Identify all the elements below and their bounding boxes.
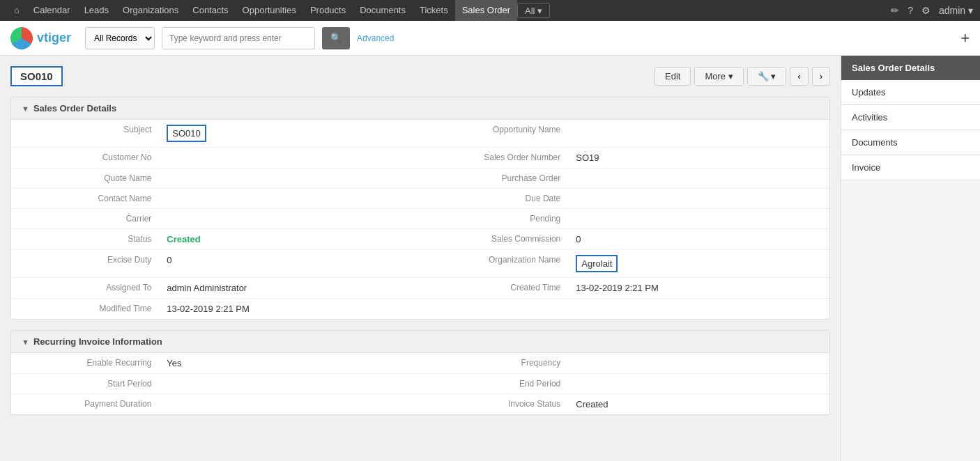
modified-time-label: Modified Time (11, 299, 158, 320)
table-row: Subject SO010 Opportunity Name (11, 120, 829, 148)
nav-calendar[interactable]: Calendar (26, 0, 77, 21)
enable-recurring-label: Enable Recurring (11, 353, 158, 374)
nav-arrows: ‹ › (790, 67, 830, 86)
table-row: Contact Name Due Date (11, 189, 829, 209)
advanced-search-link[interactable]: Advanced (357, 33, 394, 43)
sidebar-item-updates[interactable]: Updates (841, 80, 980, 105)
start-period-label: Start Period (11, 374, 158, 394)
pending-value (567, 209, 829, 229)
status-value: Created (158, 229, 420, 250)
excise-duty-label: Excise Duty (11, 250, 158, 278)
header-buttons: Edit More ▾ 🔧 ▾ ‹ › (654, 67, 830, 86)
sales-commission-label: Sales Commission (420, 229, 567, 250)
sales-order-detail-table: Subject SO010 Opportunity Name Customer … (11, 120, 829, 319)
logo-icon (10, 27, 33, 49)
admin-menu[interactable]: admin ▾ (939, 5, 973, 16)
nav-sales-order[interactable]: Sales Order (455, 0, 517, 21)
recurring-invoice-section: ▼ Recurring Invoice Information Enable R… (10, 330, 830, 415)
enable-recurring-value: Yes (158, 353, 420, 374)
section-header-sales-order: ▼ Sales Order Details (11, 97, 829, 120)
prev-button[interactable]: ‹ (790, 67, 808, 86)
table-row: Status Created Sales Commission 0 (11, 229, 829, 250)
payment-duration-value (158, 394, 420, 415)
more-button[interactable]: More ▾ (695, 68, 742, 85)
contact-name-value (158, 189, 420, 209)
end-period-value (567, 374, 829, 394)
modified-time-value: 13-02-2019 2:21 PM (158, 299, 420, 320)
payment-duration-label: Payment Duration (11, 394, 158, 415)
section-toggle[interactable]: ▼ (22, 104, 29, 113)
organization-name-label: Organization Name (420, 250, 567, 278)
nav-documents[interactable]: Documents (353, 0, 413, 21)
status-created-badge: Created (167, 234, 200, 244)
nav-products[interactable]: Products (303, 0, 353, 21)
table-row: Quote Name Purchase Order (11, 169, 829, 189)
table-row: Enable Recurring Yes Frequency (11, 353, 829, 374)
recurring-section-toggle[interactable]: ▼ (22, 338, 29, 346)
quote-name-value (158, 169, 420, 189)
sidebar-header: Sales Order Details (841, 56, 980, 80)
wrench-button[interactable]: 🔧 ▾ (748, 68, 786, 85)
frequency-value (567, 353, 829, 374)
search-input[interactable] (162, 27, 315, 49)
nav-organizations[interactable]: Organizations (116, 0, 185, 21)
action-button-group: 🔧 ▾ (747, 67, 787, 86)
table-row: Payment Duration Invoice Status Created (11, 394, 829, 415)
subject-highlighted: SO010 (167, 125, 206, 142)
sidebar-item-invoice[interactable]: Invoice (841, 155, 980, 180)
record-header: SO010 Edit More ▾ 🔧 ▾ ‹ › (10, 66, 830, 86)
nav-leads[interactable]: Leads (77, 0, 116, 21)
contact-name-label: Contact Name (11, 189, 158, 209)
frequency-label: Frequency (420, 353, 567, 374)
section-header-recurring: ▼ Recurring Invoice Information (11, 331, 829, 353)
table-row: Modified Time 13-02-2019 2:21 PM (11, 299, 829, 320)
recurring-detail-table: Enable Recurring Yes Frequency Start Per… (11, 353, 829, 414)
due-date-value (567, 189, 829, 209)
carrier-label: Carrier (11, 209, 158, 229)
home-nav-item[interactable]: ⌂ (7, 0, 26, 21)
nav-opportunities[interactable]: Opportunities (236, 0, 303, 21)
table-row: Carrier Pending (11, 209, 829, 229)
more-button-group: More ▾ (694, 67, 743, 86)
table-row: Excise Duty 0 Organization Name Agrolait (11, 250, 829, 278)
invoice-status-value: Created (567, 394, 829, 415)
settings-icon[interactable]: ⚙ (921, 5, 931, 16)
top-navigation: ⌂ Calendar Leads Organizations Contacts … (0, 0, 980, 21)
start-period-value (158, 374, 420, 394)
nav-tickets[interactable]: Tickets (413, 0, 455, 21)
logo-text: vtiger (37, 31, 71, 45)
subject-value: SO010 (158, 120, 420, 148)
section-title-sales-order: Sales Order Details (33, 103, 116, 114)
table-row: Start Period End Period (11, 374, 829, 394)
edit-icon[interactable]: ✏ (891, 5, 899, 16)
sidebar-item-activities[interactable]: Activities (841, 105, 980, 130)
nav-contacts[interactable]: Contacts (185, 0, 235, 21)
content-area: SO010 Edit More ▾ 🔧 ▾ ‹ › ▼ Sales Ord (0, 56, 841, 461)
customer-no-value (158, 148, 420, 169)
sidebar-item-documents[interactable]: Documents (841, 130, 980, 155)
empty-value-r (567, 299, 829, 320)
opportunity-name-value (567, 120, 829, 148)
next-button[interactable]: › (812, 67, 830, 86)
carrier-value (158, 209, 420, 229)
assigned-to-label: Assigned To (11, 278, 158, 299)
sales-order-details-section: ▼ Sales Order Details Subject SO010 Oppo… (10, 97, 830, 320)
search-scope-select[interactable]: All Records (85, 27, 155, 49)
purchase-order-value (567, 169, 829, 189)
purchase-order-label: Purchase Order (420, 169, 567, 189)
end-period-label: End Period (420, 374, 567, 394)
nav-all-menu[interactable]: All ▾ (517, 3, 550, 18)
created-time-value: 13-02-2019 2:21 PM (567, 278, 829, 299)
table-row: Assigned To admin Administrator Created … (11, 278, 829, 299)
add-record-button[interactable]: + (960, 31, 970, 46)
organization-name-value: Agrolait (567, 250, 829, 278)
search-bar: vtiger All Records 🔍 Advanced + (0, 21, 980, 56)
record-id-badge: SO010 (10, 66, 63, 86)
edit-button[interactable]: Edit (654, 67, 691, 86)
subject-label: Subject (11, 120, 158, 148)
right-sidebar: Sales Order Details Updates Activities D… (841, 56, 980, 461)
help-icon[interactable]: ? (908, 5, 913, 16)
search-button[interactable]: 🔍 (322, 27, 350, 49)
organization-name-highlighted: Agrolait (576, 255, 618, 272)
sales-commission-value: 0 (567, 229, 829, 250)
